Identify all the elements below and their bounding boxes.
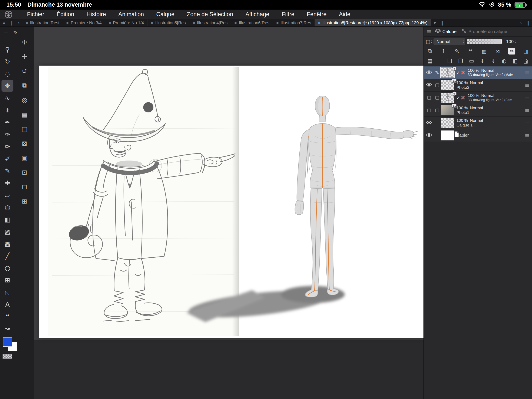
opacity-slider[interactable] xyxy=(467,39,502,44)
layer-row[interactable]: 100 % NormalPhoto2≡ xyxy=(424,79,532,91)
layer-menu-icon[interactable]: ≡ xyxy=(525,120,532,126)
opacity-stepper-icon[interactable]: ▴▾ xyxy=(515,40,516,44)
draft-layer-icon[interactable]: ✎ xyxy=(454,48,460,54)
document-tab[interactable]: Illustration4[Res xyxy=(189,19,231,26)
layer-thumbnail[interactable] xyxy=(441,80,454,90)
layer-edit-indicator[interactable] xyxy=(433,109,441,112)
text-tool[interactable]: A xyxy=(1,298,13,310)
close-box-icon[interactable]: ⊠ xyxy=(18,136,31,150)
decoration-tool[interactable]: ✚ xyxy=(1,177,13,189)
layer-visibility-toggle[interactable] xyxy=(424,120,433,125)
visibility-checkbox[interactable] xyxy=(427,96,431,100)
blend-mode-select[interactable]: Normal ▴▾ xyxy=(433,38,465,45)
locked-folder-icon[interactable]: ⊟ xyxy=(18,180,31,193)
enable-mask-icon[interactable]: ⊠ xyxy=(494,48,501,54)
layer-thumbnail[interactable] xyxy=(441,105,454,116)
layer-visibility-toggle[interactable] xyxy=(424,133,433,138)
layer-checkbox[interactable] xyxy=(435,109,439,112)
new-layer-folder-icon[interactable]: ▭ xyxy=(468,58,475,64)
target-icon[interactable]: ◎ xyxy=(18,93,31,107)
zoom-tool[interactable]: ⚲ xyxy=(1,43,13,55)
tab-drag-handle[interactable]: ∥ xyxy=(525,19,532,26)
document-tab[interactable]: Illustration7[Res xyxy=(273,19,315,26)
rotate-canvas-tool[interactable]: ↻ xyxy=(1,56,13,67)
panel-layout-icon[interactable]: ▣ xyxy=(18,151,31,165)
lasso-tool[interactable]: ∿ xyxy=(1,92,13,104)
layer-menu-icon[interactable]: ≡ xyxy=(525,107,532,114)
blend-stepper-icon[interactable]: ▴▾ xyxy=(463,40,464,44)
color-grid-icon[interactable]: ▦ xyxy=(18,108,31,121)
visibility-checkbox[interactable] xyxy=(427,109,431,112)
layer-edit-indicator[interactable]: ✎ xyxy=(433,70,441,75)
timeline-icon[interactable]: ▤ xyxy=(18,122,31,136)
document-canvas[interactable] xyxy=(39,65,424,338)
eyedropper-tool[interactable]: ✒ xyxy=(1,116,13,128)
ellipse-select-tool[interactable]: ◌ xyxy=(1,68,13,80)
panel-tab-propri-t-du-calque[interactable]: Propriété du calque xyxy=(461,29,507,35)
menu-item-fen-tre[interactable]: Fenêtre xyxy=(301,11,333,18)
panel-menu-icon[interactable]: ≡ xyxy=(427,28,431,35)
merge-down-icon[interactable]: ⇓ xyxy=(490,58,496,64)
delete-layer-icon[interactable] xyxy=(523,58,529,64)
menu-item-affichage[interactable]: Affichage xyxy=(239,11,275,18)
layer-visibility-toggle[interactable] xyxy=(424,70,433,75)
ellipse-tool[interactable]: ○ xyxy=(1,262,13,274)
transform-icon[interactable]: ⧉ xyxy=(18,78,31,92)
layer-row[interactable]: ✎✓✕100 % Normal3D drawing figure-Ver.2 (… xyxy=(424,66,532,79)
menu-item-animation[interactable]: Animation xyxy=(112,11,150,18)
layer-checkbox[interactable] xyxy=(435,84,439,87)
layer-select-stepper[interactable]: □ ▴▾ xyxy=(426,39,432,44)
menu-item-fichier[interactable]: Fichier xyxy=(21,11,51,18)
tab-drag-handle[interactable]: ∥ xyxy=(439,19,446,26)
document-tab[interactable]: Illustration6[Res xyxy=(231,19,273,26)
lock-layer-icon[interactable] xyxy=(467,49,474,54)
layer-thumbnail[interactable] xyxy=(441,118,454,128)
menu-item-zone-de-s-lection[interactable]: Zone de Sélection xyxy=(181,11,239,18)
document-tab[interactable]: Illustration5[Res xyxy=(147,19,189,26)
document-tab[interactable]: Première No 3/4 xyxy=(63,19,105,26)
line-tool[interactable]: ╱ xyxy=(1,250,13,262)
locked-folder-2-icon[interactable]: ⊞ xyxy=(18,194,31,208)
pen-tool[interactable]: ✑ xyxy=(1,128,13,140)
rotate-view-icon[interactable]: ↺ xyxy=(18,64,31,78)
stream-line-tool[interactable]: ↝ xyxy=(1,322,13,335)
document-tab[interactable]: Première No 1/4 xyxy=(105,19,148,26)
layer-menu-icon[interactable]: ≡ xyxy=(525,82,532,88)
layer-edit-indicator[interactable] xyxy=(433,96,441,100)
transparent-color-swatch[interactable] xyxy=(3,354,12,359)
pencil-tool[interactable]: ✏ xyxy=(1,141,13,152)
layer-row[interactable]: Papier≡ xyxy=(424,129,532,142)
menu-item--dition[interactable]: Édition xyxy=(51,11,80,18)
polyline-tool[interactable]: ◺ xyxy=(1,286,13,298)
document-tab[interactable]: Illustration8[Restaurer]* (1920 x 1080px… xyxy=(315,19,431,26)
layer-visibility-toggle[interactable] xyxy=(424,109,433,112)
airbrush-tool[interactable]: ✎ xyxy=(1,165,13,177)
toolbar-menu-icon[interactable]: ≡ xyxy=(4,30,8,36)
blend-tool[interactable]: ◍ xyxy=(1,201,13,213)
layer-visibility-toggle[interactable] xyxy=(424,96,433,100)
layer-edit-indicator[interactable] xyxy=(433,84,441,87)
clip-to-below-icon[interactable]: ⧉ xyxy=(427,48,433,54)
app-logo-icon[interactable] xyxy=(5,11,12,18)
layer-row[interactable]: 100 % NormalPhoto1≡ xyxy=(424,104,532,117)
apply-mask-icon[interactable]: ◧ xyxy=(512,58,518,64)
gradient-tool[interactable]: ▨ xyxy=(1,225,13,237)
scroll-tabs-left-icon[interactable]: « xyxy=(0,19,8,26)
layer-row[interactable]: 100 % NormalCalque 1≡ xyxy=(424,117,532,129)
primary-color-swatch[interactable] xyxy=(3,337,12,347)
new-raster-layer-icon[interactable]: ❏ xyxy=(447,58,453,64)
lock-transparency-icon[interactable]: ▨ xyxy=(481,48,487,54)
reference-layer-icon[interactable]: ⊺ xyxy=(440,48,447,54)
ruler-icon[interactable]: ✑ xyxy=(508,48,515,54)
menu-item-histoire[interactable]: Histoire xyxy=(80,11,112,18)
tab-next-icon[interactable]: › xyxy=(15,19,22,26)
create-mask-icon[interactable]: ◐ xyxy=(501,58,507,64)
eraser-tool[interactable]: ▱ xyxy=(1,189,13,201)
layer-visibility-toggle[interactable] xyxy=(424,83,433,88)
transfer-to-layer-icon[interactable]: ↧ xyxy=(479,58,486,64)
brush-tool[interactable]: ✐ xyxy=(1,153,13,165)
layer-menu-icon[interactable]: ≡ xyxy=(525,95,532,101)
document-tab[interactable]: Illustration[Rest xyxy=(22,19,63,26)
layer-menu-icon[interactable]: ≡ xyxy=(525,69,532,76)
brush-detail-icon[interactable]: ✣ xyxy=(18,50,31,63)
